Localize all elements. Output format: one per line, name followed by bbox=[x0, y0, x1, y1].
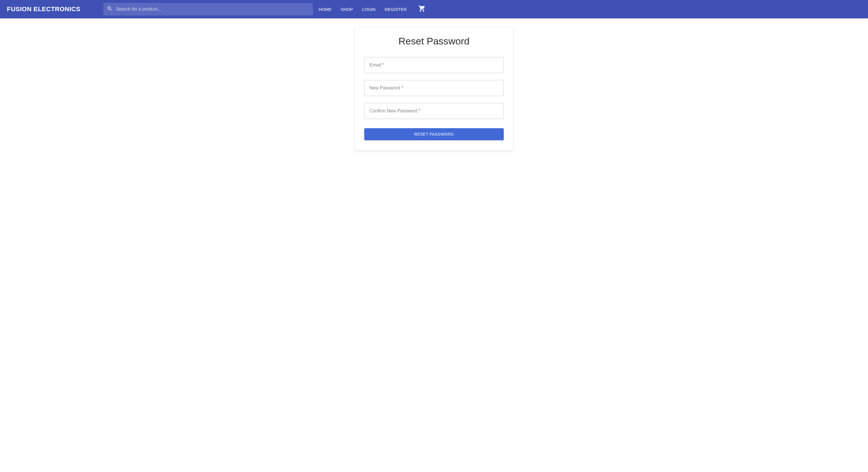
main: Reset Password Email * New Password * Co… bbox=[0, 19, 868, 150]
nav-shop[interactable]: SHOP bbox=[341, 7, 353, 12]
nav-register[interactable]: REGISTER bbox=[384, 7, 407, 12]
new-password-field[interactable] bbox=[364, 80, 504, 96]
reset-password-card: Reset Password Email * New Password * Co… bbox=[355, 28, 513, 150]
search-input[interactable] bbox=[113, 7, 309, 12]
nav: HOME SHOP LOGIN REGISTER bbox=[319, 5, 426, 13]
header: FUSION ELECTRONICS HOME SHOP LOGIN REGIS… bbox=[0, 0, 868, 19]
cart-button[interactable] bbox=[418, 5, 426, 13]
nav-login[interactable]: LOGIN bbox=[362, 7, 375, 12]
confirm-password-field-wrapper: Confirm New Password * bbox=[364, 103, 504, 119]
cart-icon bbox=[418, 5, 426, 13]
email-field-wrapper: Email * bbox=[364, 57, 504, 73]
search-container bbox=[103, 3, 313, 15]
search-icon bbox=[107, 6, 113, 12]
new-password-field-wrapper: New Password * bbox=[364, 80, 504, 96]
nav-home[interactable]: HOME bbox=[319, 7, 332, 12]
confirm-password-field[interactable] bbox=[364, 103, 504, 119]
reset-password-button[interactable]: RESET PASSWORD bbox=[364, 128, 504, 140]
email-field[interactable] bbox=[364, 57, 504, 73]
card-title: Reset Password bbox=[364, 36, 504, 47]
brand-logo[interactable]: FUSION ELECTRONICS bbox=[7, 5, 81, 13]
